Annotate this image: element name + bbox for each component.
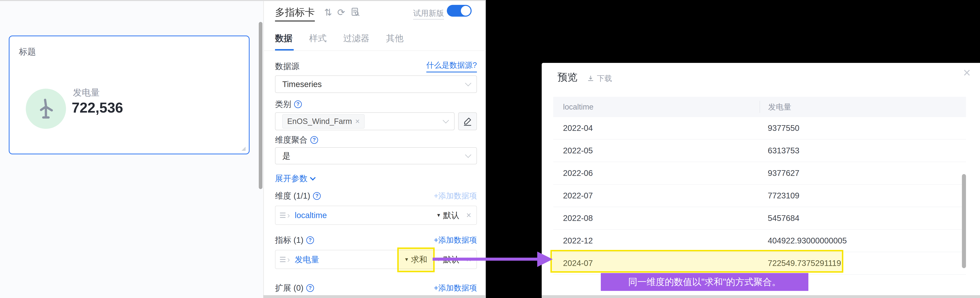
help-icon[interactable]: ? [310,136,318,144]
canvas-scrollbar[interactable] [259,22,262,189]
column-header-localtime: localtime [553,103,760,111]
drag-handle-icon[interactable]: › [280,211,290,219]
dimension-mode-value: 默认 [443,210,459,221]
cell-value: 404922.93000000005 [760,236,966,245]
table-row: 2022-049377550 [553,117,966,139]
table-row: 2022-069377627 [553,162,966,185]
annotation-arrowhead [537,252,553,267]
chevron-down-icon [310,175,316,180]
card-metric-label: 发电量 [73,87,100,98]
cell-localtime: 2022-04 [553,124,760,133]
cell-localtime: 2022-05 [553,146,760,155]
cell-value: 9377550 [760,124,966,133]
widget-type-title-wrap: 多指标卡 [275,6,315,19]
preview-title: 预览 [558,71,578,84]
extension-add-button[interactable]: +添加数据项 [434,283,477,293]
tabs-divider [263,51,486,51]
metric-field-name[interactable]: 发电量 [295,254,319,265]
table-header: localtime 发电量 [553,97,966,117]
dim-agg-select[interactable]: 是 [275,147,477,164]
cell-value: 6313753 [760,146,966,155]
help-icon[interactable]: ? [294,100,302,108]
expand-params-label: 展开参数 [275,173,307,184]
column-header-metric: 发电量 [760,101,966,113]
datasource-select[interactable]: Timeseries [275,76,477,93]
highlight-box-table-row [550,250,843,273]
table-row: 2022-077723109 [553,185,966,207]
cell-localtime: 2022-08 [553,214,760,223]
metric-card-widget[interactable]: 标题 发电量 722,536 ◢ [9,35,250,154]
dim-agg-value: 是 [282,150,290,162]
tab-data[interactable]: 数据 [275,32,293,44]
modal-bottom-scrollbar[interactable] [542,295,980,298]
drag-handle-icon[interactable]: › [280,255,290,263]
refresh-icon[interactable]: ⟳ [337,8,345,17]
metric-label: 指标 (1) [275,235,304,246]
category-edit-button[interactable] [458,113,477,130]
table-row: 2022-12404922.93000000005 [553,230,966,252]
query-detail-icon[interactable] [350,7,361,18]
dim-agg-label: 维度聚合 [275,134,307,146]
config-bottom-scrollbar[interactable] [263,295,486,298]
cell-localtime: 2022-12 [553,236,760,245]
window-top-edge [0,0,486,1]
datasource-label: 数据源 [275,61,299,72]
category-tag[interactable]: EnOS_Wind_Farm × [282,114,364,128]
extension-label: 扩展 (0) [275,282,304,293]
expand-params-link[interactable]: 展开参数 [275,173,315,184]
help-icon[interactable]: ? [306,236,314,244]
caret-down-icon: ▼ [436,212,441,218]
tab-filter[interactable]: 过滤器 [343,32,369,44]
chevron-down-icon [442,117,449,123]
download-label: 下载 [597,73,612,84]
cell-value: 7723109 [760,191,966,200]
cell-value: 5457684 [760,214,966,223]
card-metric-value: 722,536 [72,100,123,116]
annotation-arrow [433,258,538,261]
dimension-add-button[interactable]: +添加数据项 [434,191,477,201]
tag-remove-icon[interactable]: × [355,117,360,126]
table-scrollbar[interactable] [962,174,966,268]
help-icon[interactable]: ? [313,192,321,200]
chevron-down-icon [465,80,471,86]
datasource-value: Timeseries [282,80,322,89]
close-icon[interactable]: × [963,66,970,79]
trial-new-version-label: 试用新版 [413,9,444,19]
help-icon[interactable]: ? [306,284,314,292]
toggle-knob [461,6,471,16]
card-title: 标题 [19,46,36,57]
cell-localtime: 2022-06 [553,169,760,178]
app-root: 标题 发电量 722,536 ◢ 多指标卡 ⇅ ⟳ [0,0,980,298]
resize-handle-icon[interactable]: ◢ [242,145,245,152]
category-select[interactable]: EnOS_Wind_Farm × [275,113,455,130]
tab-style[interactable]: 样式 [309,32,326,44]
metric-add-button[interactable]: +添加数据项 [434,235,477,245]
config-tabs: 数据 样式 过滤器 其他 [275,32,404,44]
dimension-item-row[interactable]: › localtime ▼ 默认 × [275,206,477,225]
dimension-mode-dropdown[interactable]: ▼ 默认 [436,210,460,221]
highlight-box-sum-dropdown [397,247,435,272]
annotation-tooltip: 同一维度的数值以"求和"的方式聚合。 [601,273,808,291]
download-button[interactable]: 下载 [587,73,612,84]
preview-table: localtime 发电量 2022-049377550 2022-056313… [553,97,966,275]
tab-other[interactable]: 其他 [386,32,404,44]
category-tag-label: EnOS_Wind_Farm [287,117,352,126]
table-row: 2022-056313753 [553,139,966,162]
wind-turbine-icon [26,89,66,129]
cell-value: 9377627 [760,169,966,178]
dimension-field-name[interactable]: localtime [295,211,327,220]
dimension-label: 维度 (1/1) [275,190,310,201]
chevron-down-icon [465,152,471,158]
datasource-help-link[interactable]: 什么是数据源? [426,60,477,73]
remove-item-icon[interactable]: × [466,210,471,220]
trial-new-version-toggle[interactable] [447,5,472,17]
widget-type-title: 多指标卡 [275,7,315,22]
table-row: 2022-085457684 [553,207,966,230]
canvas-panel: 标题 发电量 722,536 ◢ [0,0,263,298]
sort-icon[interactable]: ⇅ [324,8,332,17]
cell-localtime: 2022-07 [553,191,760,200]
category-label: 类别 [275,98,291,110]
